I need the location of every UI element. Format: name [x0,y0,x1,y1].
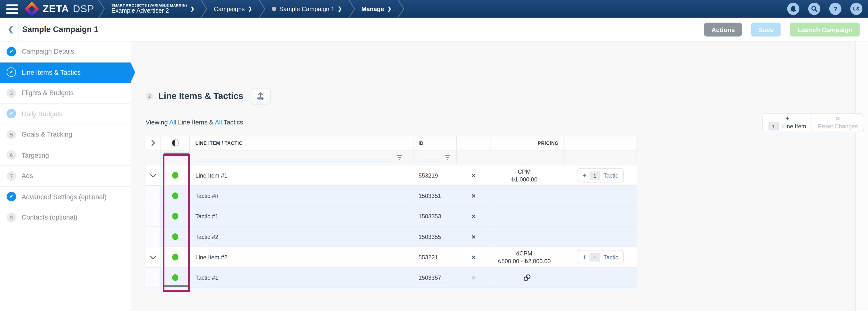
search-icon [811,6,817,12]
breadcrumb-manage[interactable]: Manage ❯ [356,6,397,12]
step-check-icon: ✔ [6,192,16,202]
breadcrumb-separator-icon [398,0,405,18]
viewing-middle: Line Items & [176,119,215,126]
name-filter-input[interactable] [195,154,392,162]
save-button[interactable]: Save [751,23,781,36]
wizard-sidebar: ✔Campaign Details✔Line Items & Tactics3F… [0,41,131,311]
tactic-name: Tactic #2 [190,227,414,247]
line-item-row-553221: Line Item #2553221✕dCPM₺500.00 - ₺2,000.… [146,247,637,268]
name-column-header: LINE ITEM / TACTIC [190,136,414,150]
delete-row-button[interactable]: ✕ [471,275,476,281]
plus-icon: + [582,172,586,179]
link-icon [523,274,531,281]
sidebar-item-contacts-optional[interactable]: 9Contacts (optional) [0,207,131,228]
all-line-items-link[interactable]: All [169,119,176,126]
chevron-right-icon: ❯ [248,6,252,12]
chevron-down-icon [150,255,156,259]
tactic-row-1503357: Tactic #11503357✕ [146,268,637,288]
launch-campaign-button[interactable]: Launch Campaign [790,23,860,36]
add-tactic-button[interactable]: +1Tactic [577,168,624,182]
row-id: 1503355 [414,227,457,247]
tactic-count-input[interactable]: 1 [590,253,600,261]
filter-icon[interactable] [444,155,451,160]
campaigns-label: Campaigns [214,6,245,12]
plus-icon: + [785,115,789,121]
pricing-cell [490,206,563,227]
breadcrumb-advertiser[interactable]: SMART PROJECTS (VARIABLE MARGIN) Example… [106,3,200,14]
chevron-right-icon: ❯ [388,6,392,12]
delete-row-button[interactable]: ✕ [471,193,476,199]
status-dot-green [172,274,178,281]
table-body: Line Item #1553219✕CPM₺1,000.00+1TacticT… [146,166,637,288]
row-id: 1503353 [414,206,457,227]
filter-status-cell [160,150,190,166]
sidebar-item-goals-tracking[interactable]: 5Goals & Tracking [0,125,131,145]
row-id: 553219 [414,166,457,186]
delete-row-button[interactable]: ✕ [471,234,476,240]
breadcrumb-campaign[interactable]: Sample Campaign 1 ❯ [266,6,347,12]
filter-expand-cell [146,150,160,166]
table-header-row: LINE ITEM / TACTIC ID PRICING [146,136,637,150]
bell-icon [790,5,797,12]
sidebar-item-advanced-settings-optional[interactable]: ✔Advanced Settings (optional) [0,186,131,207]
user-avatar[interactable]: L& [850,3,862,15]
pricing-cell [490,227,563,247]
status-cell [160,186,190,206]
line-item-count-input[interactable]: 1 [768,122,779,130]
sidebar-item-daily-budgets[interactable]: ✔Daily Budgets [0,104,131,124]
upload-button[interactable] [250,88,270,104]
all-tactics-link[interactable]: All [215,119,222,126]
breadcrumb-separator-icon [98,0,105,18]
step-number: 5 [6,130,16,139]
row-expand-toggle[interactable] [146,247,160,268]
back-button[interactable]: ❮ [8,25,14,33]
tactic-button-label: Tactic [603,172,618,178]
close-icon: ✕ [835,115,840,122]
notifications-button[interactable] [787,3,799,15]
chevron-right-icon: ❯ [338,6,342,12]
sidebar-item-ads[interactable]: 7Ads [0,166,131,186]
help-button[interactable]: ? [829,3,841,15]
collapse-all-toggle[interactable] [146,136,160,150]
status-dot-green [172,193,178,199]
pricing-value: ₺500.00 - ₺2,000.00 [498,257,551,265]
search-button[interactable] [808,3,820,15]
delete-row-button[interactable]: ✕ [471,172,476,178]
header-divider [18,18,19,41]
manage-label: Manage [361,6,384,12]
sidebar-item-targeting[interactable]: 6Targeting [0,145,131,166]
delete-row-button[interactable]: ✕ [471,213,476,219]
sidebar-item-campaign-details[interactable]: ✔Campaign Details [0,41,131,62]
content-area: ✔Campaign Details✔Line Items & Tactics3F… [0,41,868,311]
step-check-icon: ✔ [6,47,16,56]
delete-cell: ✕ [457,268,490,288]
pricing-type: CPM [518,167,531,175]
add-tactic-button[interactable]: +1Tactic [577,250,624,264]
status-cell [160,166,190,186]
reset-changes-button[interactable]: ✕ Reset Changes [812,114,863,132]
status-cell [160,268,190,288]
delete-row-button[interactable]: ✕ [471,254,476,260]
delete-cell: ✕ [457,227,490,247]
add-line-item-button[interactable]: + 1 Line Item [763,114,812,132]
chevron-right-icon: ❯ [190,6,194,12]
status-dot-green [172,213,178,219]
linked-tactic-button[interactable] [523,274,531,281]
brand-dsp-text: DSP [73,3,94,15]
row-expand-cell [146,268,160,288]
breadcrumb-campaigns[interactable]: Campaigns ❯ [208,6,258,12]
pricing-cell [490,268,563,288]
id-filter-input[interactable] [418,154,440,162]
actions-button[interactable]: Actions [704,23,742,36]
row-expand-toggle[interactable] [146,166,160,186]
upload-icon [256,93,265,100]
sidebar-item-flights-budgets[interactable]: 3Flights & Budgets [0,83,131,104]
tactic-count-input[interactable]: 1 [590,171,600,179]
filter-icon[interactable] [396,155,402,160]
topbar-icon-group: ? L& [787,3,862,15]
table-filter-row [146,150,637,166]
sidebar-item-label: Targeting [22,151,49,159]
hamburger-menu-icon[interactable] [6,4,18,13]
table-controls: + 1 Line Item ✕ Reset Changes [762,113,864,132]
sidebar-item-line-items-tactics[interactable]: ✔Line Items & Tactics [0,62,131,83]
